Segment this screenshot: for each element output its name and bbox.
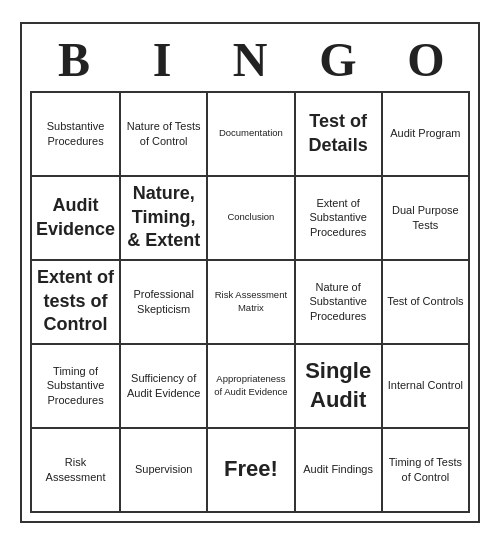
bingo-cell-text-0: Substantive Procedures — [36, 119, 115, 148]
bingo-cell-16[interactable]: Sufficiency of Audit Evidence — [121, 345, 208, 429]
bingo-cell-22[interactable]: Free! — [208, 429, 295, 513]
bingo-cell-17[interactable]: Appropriateness of Audit Evidence — [208, 345, 295, 429]
bingo-cell-2[interactable]: Documentation — [208, 93, 295, 177]
bingo-cell-text-24: Timing of Tests of Control — [387, 455, 464, 484]
bingo-cell-text-2: Documentation — [219, 127, 283, 139]
bingo-cell-text-5: Audit Evidence — [36, 194, 115, 241]
bingo-cell-text-13: Nature of Substantive Procedures — [300, 280, 377, 323]
bingo-cell-text-16: Sufficiency of Audit Evidence — [125, 371, 202, 400]
bingo-cell-9[interactable]: Dual Purpose Tests — [383, 177, 470, 261]
bingo-cell-text-15: Timing of Substantive Procedures — [36, 364, 115, 407]
bingo-cell-0[interactable]: Substantive Procedures — [32, 93, 121, 177]
bingo-cell-5[interactable]: Audit Evidence — [32, 177, 121, 261]
bingo-cell-21[interactable]: Supervision — [121, 429, 208, 513]
bingo-cell-text-12: Risk Assessment Matrix — [212, 289, 289, 314]
bingo-letter-G: G — [298, 32, 378, 87]
bingo-cell-text-18: Single Audit — [300, 357, 377, 414]
bingo-grid: Substantive ProceduresNature of Tests of… — [30, 91, 470, 513]
bingo-cell-text-23: Audit Findings — [303, 462, 373, 476]
bingo-header: BINGO — [30, 32, 470, 87]
bingo-cell-text-9: Dual Purpose Tests — [387, 203, 464, 232]
bingo-cell-text-7: Conclusion — [227, 211, 274, 223]
bingo-letter-B: B — [34, 32, 114, 87]
bingo-letter-N: N — [210, 32, 290, 87]
bingo-cell-4[interactable]: Audit Program — [383, 93, 470, 177]
bingo-cell-text-20: Risk Assessment — [36, 455, 115, 484]
bingo-cell-23[interactable]: Audit Findings — [296, 429, 383, 513]
bingo-cell-12[interactable]: Risk Assessment Matrix — [208, 261, 295, 345]
bingo-cell-text-3: Test of Details — [300, 110, 377, 157]
bingo-cell-15[interactable]: Timing of Substantive Procedures — [32, 345, 121, 429]
bingo-cell-text-14: Test of Controls — [387, 294, 463, 308]
bingo-cell-7[interactable]: Conclusion — [208, 177, 295, 261]
bingo-cell-18[interactable]: Single Audit — [296, 345, 383, 429]
bingo-cell-text-17: Appropriateness of Audit Evidence — [212, 373, 289, 398]
bingo-cell-text-22: Free! — [224, 455, 278, 484]
bingo-letter-I: I — [122, 32, 202, 87]
bingo-cell-6[interactable]: Nature, Timing, & Extent — [121, 177, 208, 261]
bingo-cell-text-6: Nature, Timing, & Extent — [125, 182, 202, 252]
bingo-cell-8[interactable]: Extent of Substantive Procedures — [296, 177, 383, 261]
bingo-cell-text-19: Internal Control — [388, 378, 463, 392]
bingo-cell-text-4: Audit Program — [390, 126, 460, 140]
bingo-cell-20[interactable]: Risk Assessment — [32, 429, 121, 513]
bingo-cell-1[interactable]: Nature of Tests of Control — [121, 93, 208, 177]
bingo-cell-text-21: Supervision — [135, 462, 192, 476]
bingo-cell-text-10: Extent of tests of Control — [36, 266, 115, 336]
bingo-cell-24[interactable]: Timing of Tests of Control — [383, 429, 470, 513]
bingo-cell-text-11: Professional Skepticism — [125, 287, 202, 316]
bingo-cell-11[interactable]: Professional Skepticism — [121, 261, 208, 345]
bingo-cell-13[interactable]: Nature of Substantive Procedures — [296, 261, 383, 345]
bingo-card: BINGO Substantive ProceduresNature of Te… — [20, 22, 480, 523]
bingo-cell-14[interactable]: Test of Controls — [383, 261, 470, 345]
bingo-cell-19[interactable]: Internal Control — [383, 345, 470, 429]
bingo-letter-O: O — [386, 32, 466, 87]
bingo-cell-text-8: Extent of Substantive Procedures — [300, 196, 377, 239]
bingo-cell-10[interactable]: Extent of tests of Control — [32, 261, 121, 345]
bingo-cell-text-1: Nature of Tests of Control — [125, 119, 202, 148]
bingo-cell-3[interactable]: Test of Details — [296, 93, 383, 177]
